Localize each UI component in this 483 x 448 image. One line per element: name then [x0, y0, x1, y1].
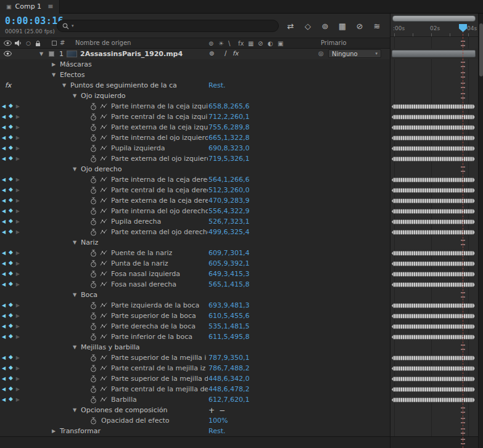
vertical-scrollbar[interactable] — [478, 14, 483, 448]
graph-toggle-icon[interactable] — [100, 176, 107, 182]
keyframe-diamond-icon[interactable]: ◆ — [9, 124, 13, 130]
stopwatch-icon[interactable] — [90, 386, 97, 393]
property-row-parte-derecha-de-la-boca[interactable]: ◀◆▶Parte derecha de la boca535,1,481,5 — [0, 321, 483, 332]
stopwatch-icon[interactable] — [90, 312, 97, 320]
keyframe-diamond-icon[interactable]: ◆ — [9, 250, 13, 256]
property-row-fosa-nasal-izquierda[interactable]: ◀◆▶Fosa nasal izquierda649,3,415,3 — [0, 269, 483, 279]
vertical-scrollbar-thumb[interactable] — [479, 23, 483, 76]
parent-pick-whip-icon[interactable]: ◎ — [318, 50, 324, 57]
keyframe-diamond-icon[interactable]: ◆ — [9, 354, 13, 360]
previous-keyframe-icon[interactable]: ◀ — [2, 355, 6, 360]
previous-keyframe-icon[interactable]: ◀ — [2, 365, 6, 371]
property-value[interactable]: 512,3,260,0 — [208, 186, 249, 194]
next-keyframe-icon[interactable]: ▶ — [16, 355, 20, 360]
previous-keyframe-icon[interactable]: ◀ — [2, 145, 6, 151]
stopwatch-icon[interactable] — [90, 281, 97, 288]
graph-toggle-icon[interactable] — [100, 323, 107, 329]
next-keyframe-icon[interactable]: ▶ — [16, 229, 20, 235]
property-value[interactable]: 693,9,481,3 — [208, 301, 249, 309]
next-keyframe-icon[interactable]: ▶ — [16, 271, 20, 277]
graph-toggle-icon[interactable] — [100, 218, 107, 224]
keyframe-diamond-icon[interactable]: ◆ — [9, 396, 13, 402]
remove-option-button[interactable]: − — [219, 406, 225, 415]
keyframe-diamond-icon[interactable]: ◆ — [9, 197, 13, 203]
previous-keyframe-icon[interactable]: ◀ — [2, 271, 6, 277]
group-row-nariz[interactable]: ▼Nariz — [0, 237, 483, 248]
stopwatch-icon[interactable] — [90, 396, 97, 404]
property-row-fosa-nasal-derecha[interactable]: ◀◆▶Fosa nasal derecha565,1,415,8 — [0, 279, 483, 290]
previous-keyframe-icon[interactable]: ◀ — [2, 187, 6, 193]
property-row-parte-interna-de-la-ceja-izqui[interactable]: ◀◆▶Parte interna de la ceja izqui658,8,2… — [0, 101, 483, 112]
property-row-pupila-izquierda[interactable]: ◀◆▶Pupila izquierda690,8,323,0 — [0, 143, 483, 153]
property-row-parte-externa-de-la-ceja-izqui[interactable]: ◀◆▶Parte externa de la ceja izqui755,6,2… — [0, 122, 483, 132]
property-value[interactable]: 665,1,322,8 — [208, 134, 249, 142]
previous-keyframe-icon[interactable]: ◀ — [2, 303, 6, 308]
keyframe-diamond-icon[interactable]: ◆ — [9, 312, 13, 319]
graph-toggle-icon[interactable] — [100, 208, 107, 214]
next-keyframe-icon[interactable]: ▶ — [16, 303, 20, 308]
group-row-mascaras[interactable]: ▶Máscaras — [0, 59, 483, 70]
property-row-parte-central-de-la-ceja-izqui[interactable]: ◀◆▶Parte central de la ceja izqui712,2,2… — [0, 112, 483, 122]
keyframe-diamond-icon[interactable]: ◆ — [9, 145, 13, 151]
parent-column-header[interactable]: Primario — [321, 39, 347, 46]
stopwatch-icon[interactable] — [90, 417, 97, 425]
stopwatch-icon[interactable] — [90, 365, 97, 372]
property-value[interactable]: 564,1,266,6 — [208, 176, 249, 184]
graph-toggle-icon[interactable] — [100, 260, 107, 266]
property-value[interactable]: 448,6,478,2 — [208, 385, 249, 393]
graph-toggle-icon[interactable] — [100, 124, 107, 130]
previous-keyframe-icon[interactable]: ◀ — [2, 198, 6, 203]
twirl-triangle-icon[interactable]: ▼ — [52, 72, 56, 78]
keyframe-diamond-icon[interactable]: ◆ — [9, 333, 13, 340]
property-value[interactable]: 712,2,260,1 — [208, 113, 249, 121]
previous-keyframe-icon[interactable]: ◀ — [2, 124, 6, 130]
stopwatch-icon[interactable] — [90, 155, 97, 163]
property-row-parte-superior-de-la-mejilla-d[interactable]: ◀◆▶Parte superior de la mejilla d448,6,3… — [0, 373, 483, 384]
property-value[interactable]: 470,9,283,9 — [208, 197, 249, 205]
layer-label-color-chip[interactable] — [49, 51, 54, 57]
next-keyframe-icon[interactable]: ▶ — [16, 334, 20, 340]
keyframe-diamond-icon[interactable]: ◆ — [9, 176, 13, 182]
keyframe-diamond-icon[interactable]: ◆ — [9, 155, 13, 161]
previous-keyframe-icon[interactable]: ◀ — [2, 104, 6, 109]
property-value[interactable]: 609,7,301,4 — [208, 249, 249, 257]
previous-keyframe-icon[interactable]: ◀ — [2, 250, 6, 256]
group-row-transformar[interactable]: ▶TransformarRest. — [0, 426, 483, 436]
layer-fx-switch[interactable]: fx — [233, 50, 238, 57]
group-row-mejillas-y-barbilla[interactable]: ▼Mejillas y barbilla — [0, 342, 483, 352]
keyframe-diamond-icon[interactable]: ◆ — [9, 134, 13, 141]
source-name-column-header[interactable]: Nombre de origen — [75, 39, 131, 46]
keyframe-diamond-icon[interactable]: ◆ — [9, 271, 13, 277]
next-keyframe-icon[interactable]: ▶ — [16, 208, 20, 214]
property-row-opacidad-del-efecto[interactable]: Opacidad del efecto100% — [0, 415, 483, 426]
stopwatch-icon[interactable] — [90, 134, 97, 142]
property-row-parte-izquierda-de-la-boca[interactable]: ◀◆▶Parte izquierda de la boca693,9,481,3 — [0, 300, 483, 311]
property-value[interactable]: 719,5,326,1 — [208, 155, 249, 163]
stopwatch-icon[interactable] — [90, 218, 97, 226]
graph-toggle-icon[interactable] — [100, 145, 107, 151]
stopwatch-icon[interactable] — [90, 187, 97, 194]
property-value[interactable]: 658,8,265,6 — [208, 102, 249, 110]
graph-toggle-icon[interactable] — [100, 134, 107, 141]
stopwatch-icon[interactable] — [90, 271, 97, 278]
graph-toggle-icon[interactable] — [100, 386, 107, 392]
stopwatch-icon[interactable] — [90, 229, 97, 236]
property-row-parte-externa-del-ojo-derecho[interactable]: ◀◆▶Parte externa del ojo derecho499,6,32… — [0, 227, 483, 237]
current-timecode[interactable]: 0:00:03:16 — [5, 15, 64, 26]
next-keyframe-icon[interactable]: ▶ — [16, 250, 20, 256]
stopwatch-icon[interactable] — [90, 197, 97, 205]
search-box[interactable]: ▾ — [57, 20, 279, 32]
property-row-parte-externa-de-la-ceja-derec[interactable]: ◀◆▶Parte externa de la ceja derec470,9,2… — [0, 195, 483, 206]
next-keyframe-icon[interactable]: ▶ — [16, 386, 20, 392]
twirl-triangle-icon[interactable]: ▶ — [52, 62, 56, 67]
next-keyframe-icon[interactable]: ▶ — [16, 313, 20, 319]
keyframe-diamond-icon[interactable]: ◆ — [9, 323, 13, 329]
property-value[interactable]: 499,6,325,4 — [208, 228, 249, 236]
previous-keyframe-icon[interactable]: ◀ — [2, 177, 6, 182]
graph-toggle-icon[interactable] — [100, 187, 107, 193]
keyframe-diamond-icon[interactable]: ◆ — [9, 281, 13, 287]
draft-3d-icon[interactable]: ◇ — [302, 22, 313, 31]
twirl-triangle-icon[interactable]: ▼ — [73, 166, 76, 172]
property-value[interactable]: 448,6,342,0 — [208, 375, 249, 383]
property-row-parte-inferior-de-la-boca[interactable]: ◀◆▶Parte inferior de la boca611,5,495,8 — [0, 332, 483, 342]
